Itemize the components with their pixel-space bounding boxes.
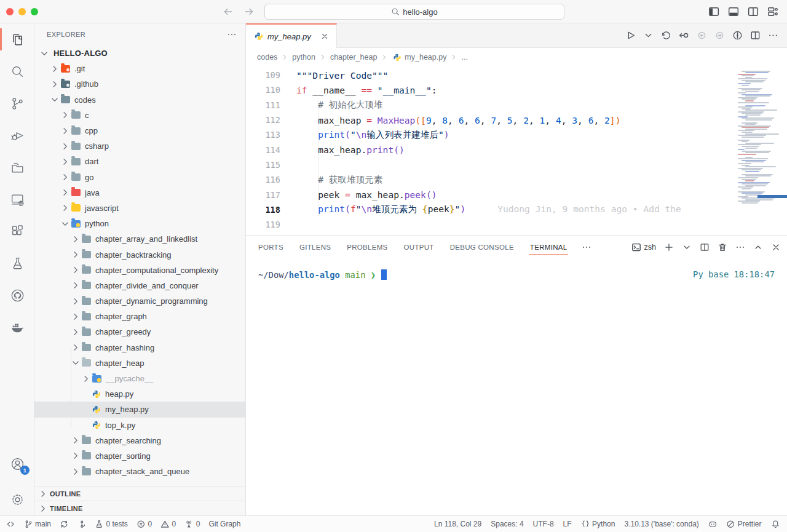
- chevron-right-icon[interactable]: [60, 157, 70, 167]
- circle-forward-icon[interactable]: [714, 30, 725, 41]
- code-line-116[interactable]: 116 # 获取堆顶元素: [246, 172, 732, 187]
- command-center-search[interactable]: hello-algo: [264, 4, 564, 20]
- panel-tabs-more-icon[interactable]: [582, 242, 591, 252]
- tree-item-chapter-backtracking[interactable]: chapter_backtracking: [34, 247, 245, 262]
- status-python[interactable]: Python: [581, 520, 615, 529]
- chevron-right-icon[interactable]: [71, 435, 81, 445]
- status-copilot-icon[interactable]: [708, 520, 718, 529]
- activity-account-icon[interactable]: 1: [0, 448, 34, 480]
- tree-item-chapter-searching[interactable]: chapter_searching: [34, 433, 245, 448]
- tree-item-chapter-computational-complexity[interactable]: chapter_computational_complexity: [34, 263, 245, 278]
- ellipsis-icon[interactable]: [768, 30, 778, 41]
- breadcrumb-python[interactable]: python: [292, 53, 315, 62]
- code-line-110[interactable]: 110if __name__ == "__main__":: [246, 82, 732, 97]
- panel-plus-icon[interactable]: [664, 242, 674, 252]
- chevron-right-icon[interactable]: [60, 141, 70, 151]
- tree-item-top-k-py[interactable]: top_k.py: [34, 418, 245, 433]
- status-git-graph[interactable]: Git Graph: [208, 520, 240, 528]
- panel-chevron-up-icon[interactable]: [753, 242, 763, 252]
- chevron-right-icon[interactable]: [71, 343, 81, 352]
- tree-item-dart[interactable]: dart: [34, 154, 245, 169]
- status-prettier[interactable]: Prettier: [726, 520, 761, 529]
- tree-item-chapter-heap[interactable]: chapter_heap: [34, 355, 245, 371]
- code-line-113[interactable]: 113 print("\n输入列表并建堆后"): [246, 127, 732, 142]
- chevron-down-icon[interactable]: [39, 49, 49, 58]
- status-0[interactable]: 0: [136, 520, 152, 529]
- terminal-shell-item[interactable]: zsh: [631, 242, 656, 252]
- tree-item-chapter-greedy[interactable]: chapter_greedy: [34, 324, 245, 339]
- open-changes-icon[interactable]: [679, 30, 689, 41]
- status-utf-8[interactable]: UTF-8: [533, 520, 554, 528]
- chevron-right-icon[interactable]: [60, 126, 70, 136]
- tree-item-chapter-graph[interactable]: chapter_graph: [34, 309, 245, 324]
- breadcrumb-codes[interactable]: codes: [257, 53, 277, 62]
- code-editor[interactable]: 109"""Driver Code"""110if __name__ == "_…: [246, 66, 787, 235]
- navigate-back-icon[interactable]: [223, 6, 234, 17]
- layout-left-toggle-icon[interactable]: [708, 6, 719, 17]
- breadcrumb-my-heap-py[interactable]: my_heap.py: [392, 53, 446, 62]
- layout-grid-toggle-icon[interactable]: [767, 6, 778, 17]
- chevron-right-icon[interactable]: [71, 296, 81, 306]
- activity-source-control-icon[interactable]: [0, 87, 34, 119]
- panel-ellipsis-icon[interactable]: [735, 242, 745, 252]
- tree-item-chapter-sorting[interactable]: chapter_sorting: [34, 448, 245, 464]
- layout-bottom-toggle-icon[interactable]: [728, 6, 739, 17]
- chevron-down-icon[interactable]: [71, 358, 81, 368]
- sidebar-section-outline[interactable]: OUTLINE: [34, 486, 245, 501]
- close-tab-icon[interactable]: [320, 32, 329, 41]
- status-spaces-4[interactable]: Spaces: 4: [491, 520, 523, 528]
- panel-trash-icon[interactable]: [718, 242, 727, 252]
- history-icon[interactable]: [661, 30, 671, 41]
- panel-tab-debug-console[interactable]: DEBUG CONSOLE: [449, 236, 515, 258]
- code-line-114[interactable]: 114 max_heap.print(): [246, 142, 732, 157]
- tree-item-heap-py[interactable]: heap.py: [34, 386, 245, 402]
- status-gitlens-icon[interactable]: [77, 520, 87, 529]
- activity-settings-gear-icon[interactable]: [0, 483, 34, 515]
- code-line-118[interactable]: 118 print(f"\n堆顶元素为 {peek}")Yudong Jin, …: [246, 202, 732, 217]
- minimap[interactable]: [735, 66, 787, 214]
- status-lf[interactable]: LF: [563, 520, 572, 528]
- tree-item-csharp[interactable]: csharp: [34, 138, 245, 154]
- tree-item-go[interactable]: go: [34, 170, 245, 185]
- code-line-115[interactable]: 115: [246, 157, 732, 172]
- status-remote-indicator-icon[interactable]: [6, 520, 15, 529]
- panel-tab-ports[interactable]: PORTS: [257, 236, 285, 258]
- tree-item-java[interactable]: java: [34, 185, 245, 200]
- explorer-more-actions-icon[interactable]: [227, 30, 237, 39]
- split-editor-icon[interactable]: [750, 30, 761, 41]
- panel-chevron-down-icon[interactable]: [682, 242, 692, 252]
- activity-remote-explorer-icon[interactable]: [0, 183, 34, 215]
- tree-item-my-heap-py[interactable]: my_heap.py: [34, 402, 245, 417]
- code-line-112[interactable]: 112 max_heap = MaxHeap([9, 8, 6, 6, 7, 5…: [246, 113, 732, 127]
- tab-my-heap-py[interactable]: my_heap.py: [246, 23, 337, 48]
- chevron-right-icon[interactable]: [71, 451, 81, 461]
- tree-item-chapter-array-and-linkedlist[interactable]: chapter_array_and_linkedlist: [34, 231, 245, 247]
- tree-item-python[interactable]: python: [34, 216, 245, 231]
- chevron-right-icon[interactable]: [50, 64, 60, 74]
- chevron-right-icon[interactable]: [71, 280, 81, 290]
- chevron-right-icon[interactable]: [71, 250, 81, 260]
- tree-item-javascript[interactable]: javascript: [34, 200, 245, 216]
- terminal-view[interactable]: ~/Dow/hello-algo main ❯ Py base 18:18:47: [246, 258, 787, 280]
- code-line-109[interactable]: 109"""Driver Code""": [246, 68, 732, 82]
- tree-item--git[interactable]: .git: [34, 61, 245, 76]
- code-line-111[interactable]: 111 # 初始化大顶堆: [246, 98, 732, 113]
- status-sync-icon[interactable]: [60, 520, 69, 529]
- tree-item-c[interactable]: c: [34, 108, 245, 123]
- chevron-right-icon[interactable]: [50, 79, 60, 89]
- activity-run-debug-icon[interactable]: [0, 119, 34, 151]
- chevron-right-icon[interactable]: [60, 188, 70, 197]
- panel-close-icon[interactable]: [771, 242, 781, 252]
- tree-item-hello-algo[interactable]: HELLO-ALGO: [34, 46, 245, 61]
- chevron-right-icon[interactable]: [60, 172, 70, 182]
- play-icon[interactable]: [625, 30, 636, 41]
- chevron-down-icon[interactable]: [60, 219, 70, 229]
- gitlens-graph-icon[interactable]: [732, 30, 743, 41]
- chevron-right-icon[interactable]: [60, 110, 70, 120]
- tree-item-codes[interactable]: codes: [34, 92, 245, 108]
- activity-github-icon[interactable]: [0, 279, 34, 311]
- layout-right-toggle-icon[interactable]: [748, 6, 759, 17]
- tree-item-chapter-hashing[interactable]: chapter_hashing: [34, 340, 245, 355]
- activity-files-icon[interactable]: [0, 23, 34, 55]
- activity-docker-icon[interactable]: [0, 311, 34, 343]
